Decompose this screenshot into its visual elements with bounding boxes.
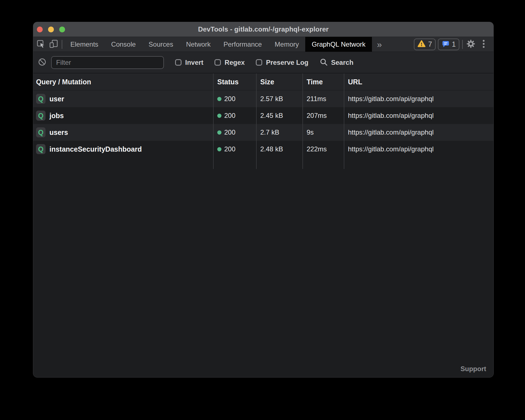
traffic-lights [37, 22, 65, 37]
tabbar-spacer [387, 37, 414, 52]
status-ok-dot [217, 114, 221, 118]
zoom-window-button[interactable] [59, 27, 65, 32]
search-button[interactable]: Search [319, 58, 353, 67]
regex-checkbox-group[interactable]: Regex [214, 59, 245, 66]
status-code: 200 [224, 95, 235, 103]
tab-network[interactable]: Network [180, 37, 217, 52]
device-toolbar-icon [49, 39, 59, 50]
request-size: 2.45 kB [256, 112, 303, 120]
status-ok-dot [217, 147, 221, 151]
tabbar-separator-2 [462, 40, 463, 49]
query-type-badge: Q [36, 111, 46, 121]
query-name: jobs [49, 112, 64, 120]
tab-memory[interactable]: Memory [268, 37, 306, 52]
devtools-window: DevTools - gitlab.com/-/graphql-explorer [33, 22, 494, 378]
status-ok-dot [217, 97, 221, 101]
warnings-count: 7 [428, 40, 432, 48]
request-size: 2.57 kB [256, 95, 303, 103]
regex-checkbox[interactable] [214, 59, 221, 66]
tab-graphql-network[interactable]: GraphQL Network [305, 37, 372, 52]
desktop-background: DevTools - gitlab.com/-/graphql-explorer [0, 0, 525, 420]
column-header-status[interactable]: Status [213, 78, 256, 86]
request-time: 207ms [303, 112, 344, 120]
minimize-window-button[interactable] [48, 27, 54, 32]
search-label: Search [331, 59, 353, 66]
window-titlebar[interactable]: DevTools - gitlab.com/-/graphql-explorer [33, 22, 493, 37]
column-header-size[interactable]: Size [256, 78, 303, 86]
request-url: https://gitlab.com/api/graphql [344, 128, 493, 136]
device-toolbar-button[interactable] [47, 37, 60, 52]
kebab-menu-button[interactable] [477, 39, 490, 49]
query-name: instanceSecurityDashboard [49, 145, 142, 153]
tab-console[interactable]: Console [105, 37, 142, 52]
query-name: user [49, 95, 64, 103]
settings-button[interactable] [464, 39, 477, 50]
close-window-button[interactable] [37, 27, 43, 32]
window-title: DevTools - gitlab.com/-/graphql-explorer [33, 25, 493, 33]
inspect-element-button[interactable] [34, 37, 47, 52]
warnings-badge[interactable]: 7 [414, 39, 436, 50]
tabbar-separator [62, 40, 62, 49]
request-time: 222ms [303, 145, 344, 153]
issues-count: 1 [452, 40, 456, 48]
status-ok-dot [217, 130, 221, 135]
request-time: 211ms [303, 95, 344, 103]
three-dot-menu-icon [483, 39, 485, 49]
request-size: 2.7 kB [256, 128, 303, 136]
message-bubble-icon [442, 40, 449, 49]
column-header-time[interactable]: Time [303, 78, 344, 86]
table-row[interactable]: Q user 200 2.57 kB 211ms https://gitlab.… [33, 90, 493, 107]
query-type-badge: Q [36, 144, 46, 154]
preserve-log-checkbox-group[interactable]: Preserve Log [256, 59, 308, 66]
warning-triangle-icon [417, 40, 426, 49]
preserve-log-checkbox[interactable] [256, 59, 262, 66]
tab-elements[interactable]: Elements [64, 37, 105, 52]
table-row[interactable]: Q jobs 200 2.45 kB 207ms https://gitlab.… [33, 107, 493, 124]
column-header-url[interactable]: URL [344, 78, 493, 86]
request-time: 9s [303, 128, 344, 136]
tab-performance[interactable]: Performance [217, 37, 268, 52]
devtools-tabbar: Elements Console Sources Network Perform… [33, 37, 493, 52]
filter-input[interactable] [51, 56, 164, 69]
search-icon [319, 58, 328, 67]
query-type-badge: Q [36, 94, 46, 104]
filter-toolbar: Invert Regex Preserve Log Search [33, 52, 493, 73]
block-icon [38, 58, 47, 68]
table-row[interactable]: Q users 200 2.7 kB 9s https://gitlab.com… [33, 124, 493, 141]
column-header-query-mutation[interactable]: Query / Mutation [33, 78, 213, 86]
request-url: https://gitlab.com/api/graphql [344, 95, 493, 103]
inspect-cursor-icon [36, 39, 46, 50]
status-code: 200 [224, 112, 235, 120]
request-size: 2.48 kB [256, 145, 303, 153]
status-code: 200 [224, 145, 235, 153]
table-header-row: Query / Mutation Status Size Time URL [33, 73, 493, 90]
request-url: https://gitlab.com/api/graphql [344, 145, 493, 153]
clear-requests-button[interactable] [38, 58, 47, 68]
more-tabs-button[interactable]: » [372, 37, 387, 52]
query-name: users [49, 128, 68, 137]
gear-icon [466, 39, 476, 50]
requests-table: Query / Mutation Status Size Time URL Q … [33, 73, 493, 157]
status-code: 200 [224, 128, 235, 136]
invert-checkbox[interactable] [175, 59, 182, 66]
invert-checkbox-group[interactable]: Invert [175, 59, 203, 66]
query-type-badge: Q [36, 127, 46, 137]
preserve-log-label: Preserve Log [266, 59, 308, 66]
request-url: https://gitlab.com/api/graphql [344, 112, 493, 120]
regex-label: Regex [225, 59, 245, 66]
invert-label: Invert [185, 59, 203, 66]
tab-sources[interactable]: Sources [142, 37, 180, 52]
issues-badge[interactable]: 1 [438, 39, 459, 50]
table-row[interactable]: Q instanceSecurityDashboard 200 2.48 kB … [33, 141, 493, 157]
support-link[interactable]: Support [460, 365, 486, 373]
